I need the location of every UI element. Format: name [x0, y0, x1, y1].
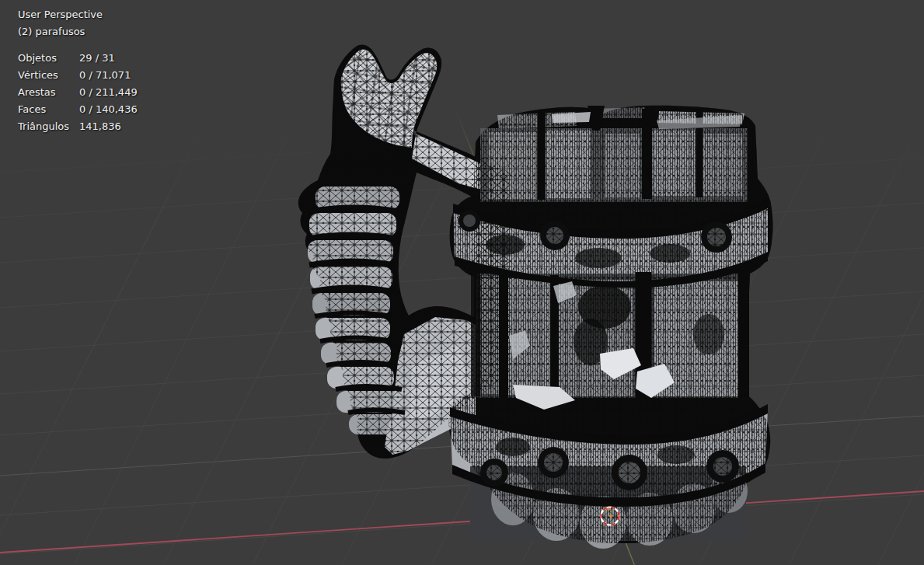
- stat-row-edges: Arestas 0 / 211,449: [18, 84, 138, 101]
- stat-value: 0 / 211,449: [79, 84, 138, 101]
- blender-3d-viewport[interactable]: User Perspective (2) parafusos Objetos 2…: [0, 0, 924, 565]
- stat-value: 0 / 140,436: [79, 101, 138, 118]
- stat-row-vertices: Vértices 0 / 71,071: [18, 67, 138, 84]
- stat-row-triangles: Triângulos 141,836: [18, 118, 138, 135]
- stat-label: Triângulos: [18, 118, 79, 135]
- stat-row-faces: Faces 0 / 140,436: [18, 101, 138, 118]
- stat-row-objects: Objetos 29 / 31: [18, 50, 138, 67]
- stat-label: Objetos: [18, 50, 79, 67]
- stat-label: Vértices: [18, 67, 79, 84]
- object-origin-dot: [607, 507, 610, 511]
- stat-label: Arestas: [18, 84, 79, 101]
- viewport-text-overlay: User Perspective (2) parafusos Objetos 2…: [18, 6, 138, 135]
- viewport-canvas[interactable]: [0, 0, 924, 565]
- stat-value: 29 / 31: [79, 50, 115, 67]
- stat-label: Faces: [18, 101, 79, 118]
- active-collection: (2) parafusos: [18, 23, 138, 40]
- stat-value: 141,836: [79, 118, 121, 135]
- scene-statistics: Objetos 29 / 31 Vértices 0 / 71,071 Ares…: [18, 50, 138, 135]
- view-name: User Perspective: [18, 6, 138, 23]
- stat-value: 0 / 71,071: [79, 67, 131, 84]
